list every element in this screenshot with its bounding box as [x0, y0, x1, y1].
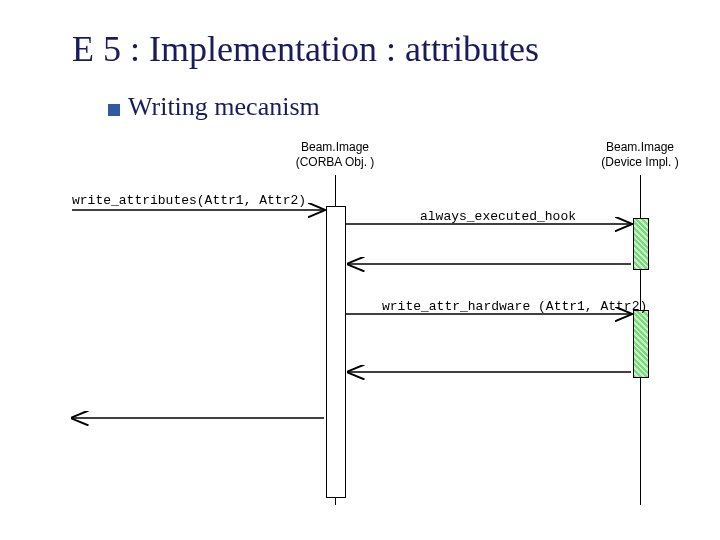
lifeline-label-corba: Beam.Image (CORBA Obj. ): [280, 140, 390, 170]
slide-subhead: Writing mecanism: [128, 92, 320, 122]
lifeline-corba-l2: (CORBA Obj. ): [296, 155, 375, 169]
activation-impl-hook: [633, 218, 649, 270]
lifeline-label-impl: Beam.Image (Device Impl. ): [585, 140, 695, 170]
activation-impl-writehw: [633, 310, 649, 378]
lifeline-corba-l1: Beam.Image: [301, 140, 369, 154]
lifeline-impl-l2: (Device Impl. ): [601, 155, 678, 169]
msg-always-hook: always_executed_hook: [420, 209, 576, 224]
sequence-arrows: [0, 0, 720, 540]
slide-title: E 5 : Implementation : attributes: [72, 28, 539, 70]
msg-write-hw: write_attr_hardware (Attr1, Attr2): [382, 299, 647, 314]
msg-write-attributes: write_attributes(Attr1, Attr2): [72, 193, 306, 208]
activation-corba: [326, 206, 346, 498]
bullet-icon: [108, 104, 120, 116]
lifeline-impl-l1: Beam.Image: [606, 140, 674, 154]
